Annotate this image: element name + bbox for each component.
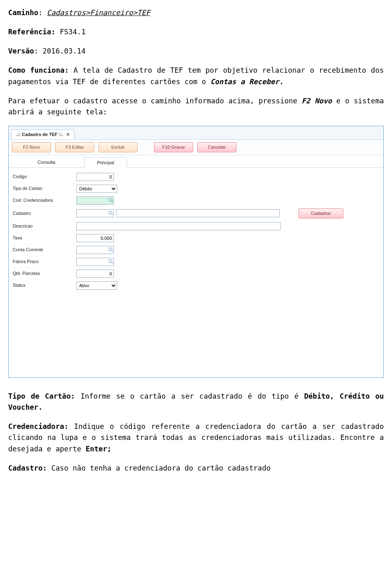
gravar-button[interactable]: F10 Gravar — [154, 142, 193, 152]
fatura-prazo-input[interactable] — [76, 258, 114, 266]
subtabs: Consulta Principal — [9, 155, 383, 168]
reference-line: Referência: FS34.1 — [8, 27, 384, 38]
editar-button[interactable]: F3 Editar — [55, 142, 94, 152]
breadcrumb-line: Caminho: Cadastros>Financeiro>TEF — [8, 7, 384, 18]
screenshot-cadastro-tef: .:: Cadastro de TEF ::. ✕ F2 Novo F3 Edi… — [8, 126, 384, 378]
label-taxa: Taxa — [13, 234, 74, 241]
tab-consulta[interactable]: Consulta — [25, 157, 68, 167]
novo-button[interactable]: F2 Novo — [12, 142, 51, 152]
close-icon[interactable]: ✕ — [66, 131, 70, 138]
status-select[interactable]: Ativo — [76, 281, 117, 290]
conta-corrente-input[interactable] — [76, 246, 114, 254]
tab-principal[interactable]: Principal — [84, 157, 127, 168]
tipo-cartao-select[interactable]: Débito — [76, 185, 117, 193]
label-status: Status — [13, 282, 74, 289]
label-tipo-cartao: Tipo de Cartao — [13, 185, 74, 192]
cadastro-input[interactable] — [76, 209, 114, 217]
cadastro-paragraph: Cadastro: Caso não tenha a credenciadora… — [8, 463, 384, 474]
window-tab[interactable]: .:: Cadastro de TEF ::. ✕ — [11, 129, 74, 139]
cadastro-desc-input[interactable] — [116, 209, 280, 217]
credenciadora-paragraph: Credenciadora: Indique o código referent… — [8, 421, 384, 454]
instruction-paragraph: Para efetuar o cadastro acesse o caminho… — [8, 96, 384, 118]
tipo-cartao-paragraph: Tipo de Cartão: Informe se o cartão a se… — [8, 391, 384, 413]
label-qtd-parcelas: Qtd. Parcelas — [13, 270, 74, 277]
excluir-button[interactable]: Excluir — [98, 142, 138, 152]
label-conta-corrente: Conta Corrente — [13, 246, 74, 253]
label-codigo: Codigo — [13, 173, 74, 180]
toolbar: F2 Novo F3 Editar Excluir F10 Gravar Can… — [9, 140, 383, 155]
label-descricao: Descricao — [13, 223, 74, 230]
window-tab-header: .:: Cadastro de TEF ::. ✕ — [9, 126, 383, 140]
label-cod-credenciadora: Cod. Credenciadora — [13, 197, 74, 204]
label-fatura-prazo: Fatura Prazo — [13, 258, 74, 265]
form-area: Codigo Tipo de Cartao Débito Cod. Creden… — [9, 168, 383, 377]
codigo-input[interactable] — [76, 173, 114, 181]
cod-credenciadora-input[interactable] — [76, 196, 114, 205]
window-title: .:: Cadastro de TEF ::. — [16, 131, 63, 138]
descricao-input[interactable] — [76, 222, 281, 230]
cancelar-button[interactable]: Cancelar — [197, 142, 236, 152]
form-whitespace — [13, 292, 379, 353]
cadastrar-button[interactable]: Cadastrar — [298, 208, 343, 219]
taxa-input[interactable] — [76, 234, 114, 242]
version-line: Versão: 2016.03.14 — [8, 46, 384, 57]
label-cadastro: Cadastro — [13, 210, 74, 217]
qtd-parcelas-input[interactable] — [76, 270, 114, 278]
intro-paragraph: Como funciona: A tela de Cadastro de TEF… — [8, 65, 384, 87]
